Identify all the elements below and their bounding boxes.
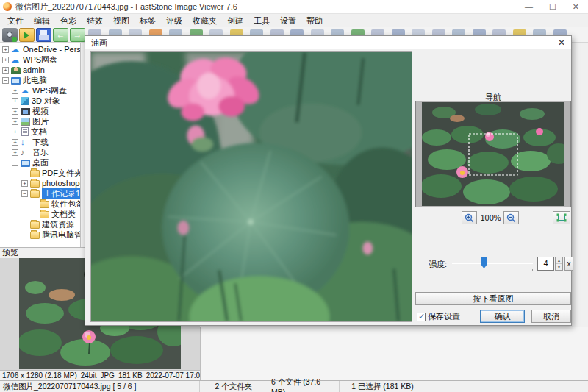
expand-icon[interactable]: +	[21, 180, 28, 187]
menu-item-文件[interactable]: 文件	[2, 15, 29, 27]
expand-icon[interactable]: +	[12, 149, 18, 156]
spinner-up-icon[interactable]: ▲	[556, 257, 562, 264]
menu-item-帮助[interactable]: 帮助	[301, 15, 328, 27]
expand-icon[interactable]: +	[2, 46, 9, 53]
tree-item-文档[interactable]: +文档	[0, 126, 80, 137]
tree-item-WPS网盘[interactable]: +WPS网盘	[0, 85, 80, 96]
file-list-area[interactable]	[200, 327, 588, 380]
open-folder-icon[interactable]	[19, 28, 35, 42]
minimize-button[interactable]: —	[525, 1, 533, 13]
tree-item-软件包备份[interactable]: 软件包备份	[0, 199, 80, 209]
tree-item-label: 软件包备份	[51, 199, 80, 210]
tree-item-label: OneDrive - Personal	[23, 45, 80, 54]
tree-item-下载[interactable]: +下载	[0, 137, 80, 147]
save-settings-label: 保存设置	[428, 311, 460, 322]
tree-item-建筑资源[interactable]: 建筑资源	[0, 219, 80, 229]
spinner-down-icon[interactable]: ▼	[556, 264, 562, 270]
camera-import-icon[interactable]	[2, 28, 18, 42]
intensity-row: 强度: 4 ▲ ▼ x	[415, 257, 571, 271]
zoom-in-button[interactable]	[462, 211, 477, 224]
collapse-icon[interactable]: −	[12, 160, 18, 166]
expand-icon[interactable]: +	[12, 88, 18, 94]
cloud-icon	[11, 45, 21, 54]
effect-preview-image[interactable]	[90, 51, 412, 322]
expand-icon[interactable]: +	[2, 57, 9, 63]
tree-item-label: photoshopcs5	[42, 179, 80, 188]
folder-tree: +OneDrive - Personal+WPS网盘+admin−此电脑+WPS…	[0, 43, 81, 247]
menu-item-工具[interactable]: 工具	[248, 15, 275, 27]
maximize-button[interactable]: ☐	[549, 1, 556, 13]
menu-item-标签[interactable]: 标签	[135, 15, 161, 27]
menu-item-收藏夹[interactable]: 收藏夹	[187, 15, 222, 27]
status-files: 6 个文件 (37.6 MB)	[268, 381, 340, 392]
show-original-button[interactable]: 按下看原图	[415, 292, 571, 305]
tree-item-视频[interactable]: +视频	[0, 106, 80, 116]
tree-item-PDF文件夹[interactable]: PDF文件夹	[0, 168, 80, 178]
tree-item-音乐[interactable]: +音乐	[0, 147, 80, 157]
menu-item-创建[interactable]: 创建	[222, 15, 248, 27]
menu-item-设置[interactable]: 设置	[275, 15, 301, 27]
collapse-icon[interactable]: −	[2, 77, 9, 84]
app-logo-icon	[3, 2, 12, 11]
expand-icon[interactable]: +	[12, 118, 18, 125]
back-icon[interactable]: ←	[53, 28, 68, 42]
magnifier-plus-icon	[465, 213, 474, 223]
tree-item-label: 腾讯电脑管家渠	[42, 229, 80, 240]
menu-item-编辑[interactable]: 编辑	[29, 15, 55, 27]
picture-icon	[21, 118, 30, 126]
tree-item-此电脑[interactable]: −此电脑	[0, 75, 80, 85]
save-settings-checkbox-wrap[interactable]: 保存设置	[417, 311, 460, 322]
intensity-clear-button[interactable]: x	[564, 257, 573, 271]
tree-item-admin[interactable]: +admin	[0, 65, 80, 75]
dialog-controls-panel: 导航	[415, 36, 571, 327]
menu-item-特效[interactable]: 特效	[82, 15, 108, 27]
tree-item-label: 下载	[32, 137, 49, 148]
close-button[interactable]: ✕	[573, 1, 579, 13]
menu-item-视图[interactable]: 视图	[108, 15, 135, 27]
intensity-slider-thumb[interactable]	[481, 257, 487, 268]
intensity-slider-track[interactable]	[452, 263, 533, 264]
save-icon[interactable]	[36, 28, 51, 42]
tree-item-WPS网盘[interactable]: +WPS网盘	[0, 54, 80, 65]
navigation-thumbnail[interactable]	[422, 102, 564, 206]
tree-item-label: 建筑资源	[42, 219, 74, 230]
intensity-spinner[interactable]: ▲ ▼	[555, 257, 563, 271]
zoom-controls: 100%	[415, 211, 571, 224]
info-depth: 24bit	[81, 371, 97, 379]
fit-frame-icon	[556, 213, 567, 222]
cancel-button[interactable]: 取消	[531, 310, 571, 323]
menu-item-评级[interactable]: 评级	[161, 15, 187, 27]
slider-tick	[532, 269, 533, 271]
expand-icon[interactable]: +	[12, 139, 18, 146]
expand-icon[interactable]: +	[12, 108, 18, 115]
collapse-icon[interactable]: −	[21, 190, 28, 197]
folder-icon	[30, 180, 40, 188]
info-format: JPG	[100, 371, 114, 379]
tree-item-图片[interactable]: +图片	[0, 116, 80, 126]
document-icon	[21, 127, 29, 136]
menu-item-色彩[interactable]: 色彩	[55, 15, 82, 27]
tree-item-腾讯电脑管家渠[interactable]: 腾讯电脑管家渠	[0, 229, 80, 240]
video-icon	[21, 108, 30, 115]
intensity-value-input[interactable]: 4	[537, 257, 554, 271]
oil-painting-dialog: 油画 ✕	[85, 35, 572, 326]
expand-icon[interactable]: +	[2, 67, 9, 74]
save-settings-checkbox[interactable]	[417, 313, 426, 321]
music-icon	[21, 148, 30, 157]
expand-icon[interactable]: +	[12, 129, 18, 135]
tree-item-OneDrive - Personal[interactable]: +OneDrive - Personal	[0, 44, 80, 54]
ok-button[interactable]: 确认	[480, 310, 525, 323]
computer-icon	[11, 77, 21, 85]
fit-view-button[interactable]	[553, 211, 570, 224]
tree-item-工作记录1[interactable]: −工作记录1	[0, 188, 80, 199]
tree-item-photoshopcs5[interactable]: +photoshopcs5	[0, 178, 80, 188]
expand-icon[interactable]: +	[12, 98, 18, 104]
zoom-out-button[interactable]	[503, 211, 519, 224]
tree-item-文档类[interactable]: 文档类	[0, 209, 80, 219]
forward-icon[interactable]: →	[70, 28, 85, 42]
zoom-percentage: 100%	[478, 213, 503, 222]
tree-item-3D 对象[interactable]: +3D 对象	[0, 96, 80, 106]
intensity-label: 强度:	[429, 259, 447, 270]
tree-item-桌面[interactable]: −桌面	[0, 157, 80, 168]
status-filename: 微信图片_20220707170443.jpg [ 5 / 6 ]	[0, 381, 200, 392]
